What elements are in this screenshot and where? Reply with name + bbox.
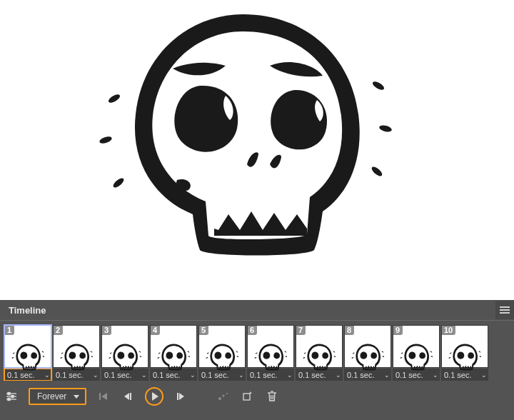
svg-point-20	[187, 351, 189, 353]
loop-select[interactable]: Forever	[29, 388, 86, 405]
svg-point-32	[333, 351, 335, 353]
frame-thumbnail[interactable]: 6	[247, 325, 294, 368]
delete-frame-button[interactable]	[265, 388, 279, 405]
svg-rect-56	[177, 393, 178, 400]
frame-thumbnail[interactable]: 5	[198, 325, 246, 368]
duplicate-frame-icon	[242, 391, 253, 401]
play-button[interactable]	[145, 387, 163, 406]
svg-point-39	[400, 357, 402, 359]
first-frame-button[interactable]	[96, 388, 111, 405]
svg-point-7	[11, 357, 14, 359]
frame-2[interactable]: 20.1 sec.⌄	[53, 325, 100, 381]
play-icon	[152, 392, 158, 401]
svg-point-12	[90, 351, 92, 353]
prev-frame-icon	[123, 391, 133, 401]
timeline-title: Timeline	[0, 305, 495, 316]
frame-thumbnail[interactable]: 4	[150, 325, 197, 368]
svg-point-22	[207, 352, 209, 354]
tween-button[interactable]	[216, 388, 231, 405]
svg-point-59	[223, 395, 225, 397]
svg-point-34	[353, 352, 355, 354]
frame-number: 10	[442, 326, 455, 335]
frame-7[interactable]: 70.1 sec.⌄	[296, 325, 343, 381]
skull-drawing	[93, 0, 393, 271]
svg-rect-55	[130, 393, 131, 400]
frame-4[interactable]: 40.1 sec.⌄	[150, 325, 197, 381]
svg-point-36	[381, 351, 383, 353]
frame-5[interactable]: 50.1 sec.⌄	[198, 325, 246, 381]
svg-point-21	[188, 356, 190, 357]
svg-point-4	[378, 124, 392, 133]
frame-thumbnail[interactable]: 10	[441, 325, 488, 368]
svg-point-33	[333, 356, 336, 357]
chevron-down-icon: ⌄	[481, 371, 487, 379]
frame-1[interactable]: 10.1 sec.⌄	[4, 325, 51, 381]
svg-marker-62	[250, 391, 252, 394]
svg-point-25	[236, 356, 238, 357]
next-frame-icon	[176, 391, 186, 401]
svg-point-43	[448, 357, 450, 359]
frame-number: 9	[393, 326, 403, 335]
svg-rect-61	[243, 394, 250, 400]
svg-point-5	[371, 165, 384, 178]
frame-9[interactable]: 90.1 sec.⌄	[393, 325, 440, 381]
frame-number: 1	[5, 326, 14, 335]
svg-point-17	[139, 356, 141, 357]
timeline-menu-button[interactable]	[495, 301, 514, 319]
prev-frame-button[interactable]	[121, 388, 135, 405]
svg-point-35	[351, 357, 353, 359]
svg-point-1	[99, 135, 113, 144]
frame-number: 4	[151, 326, 160, 335]
svg-point-31	[303, 357, 305, 359]
frame-thumbnail[interactable]: 3	[101, 325, 148, 368]
svg-point-26	[256, 352, 258, 354]
svg-point-60	[226, 393, 228, 394]
canvas-area[interactable]	[0, 0, 514, 300]
svg-point-0	[107, 93, 121, 104]
svg-point-14	[110, 352, 112, 354]
svg-point-45	[479, 356, 481, 357]
svg-rect-51	[8, 399, 10, 401]
svg-point-24	[236, 351, 238, 353]
chevron-down-icon: ⌄	[238, 371, 244, 379]
chevron-down-icon: ⌄	[93, 371, 99, 379]
frame-10[interactable]: 100.1 sec.⌄	[441, 325, 488, 381]
svg-point-11	[60, 357, 62, 359]
frame-number: 6	[248, 326, 257, 335]
svg-marker-54	[124, 393, 129, 400]
duplicate-frame-button[interactable]	[241, 388, 255, 405]
frame-number: 3	[102, 326, 111, 335]
hamburger-icon	[500, 309, 510, 311]
frame-3[interactable]: 30.1 sec.⌄	[101, 325, 148, 381]
svg-point-2	[112, 176, 126, 189]
svg-point-23	[206, 357, 208, 359]
frame-thumbnail[interactable]: 8	[344, 325, 391, 368]
chevron-down-icon	[74, 395, 79, 399]
chevron-down-icon: ⌄	[336, 371, 341, 379]
timeline-controls: Forever	[0, 381, 514, 408]
svg-point-28	[284, 351, 286, 353]
frame-8[interactable]: 80.1 sec.⌄	[344, 325, 391, 381]
chevron-down-icon: ⌄	[287, 371, 293, 379]
svg-point-10	[61, 352, 64, 354]
svg-point-27	[254, 357, 256, 359]
frame-thumbnail[interactable]: 1	[4, 325, 51, 368]
frame-number: 2	[54, 326, 63, 335]
first-frame-icon	[99, 391, 109, 401]
chevron-down-icon: ⌄	[384, 371, 390, 379]
frame-thumbnail[interactable]: 7	[296, 325, 343, 368]
convert-timeline-button[interactable]	[4, 388, 19, 405]
next-frame-button[interactable]	[173, 388, 188, 405]
svg-point-16	[138, 351, 141, 353]
frame-6[interactable]: 60.1 sec.⌄	[247, 325, 294, 381]
svg-marker-57	[179, 393, 184, 400]
svg-rect-49	[8, 393, 10, 395]
chevron-down-icon: ⌄	[141, 371, 147, 379]
frames-strip: 10.1 sec.⌄ 20.1 sec.⌄ 30.1 sec.⌄	[0, 321, 514, 381]
loop-select-label: Forever	[37, 391, 66, 401]
frame-thumbnail[interactable]: 9	[393, 325, 440, 368]
svg-point-3	[371, 80, 386, 91]
chevron-down-icon: ⌄	[190, 371, 196, 379]
chevron-down-icon: ⌄	[433, 371, 438, 379]
frame-thumbnail[interactable]: 2	[53, 325, 100, 368]
